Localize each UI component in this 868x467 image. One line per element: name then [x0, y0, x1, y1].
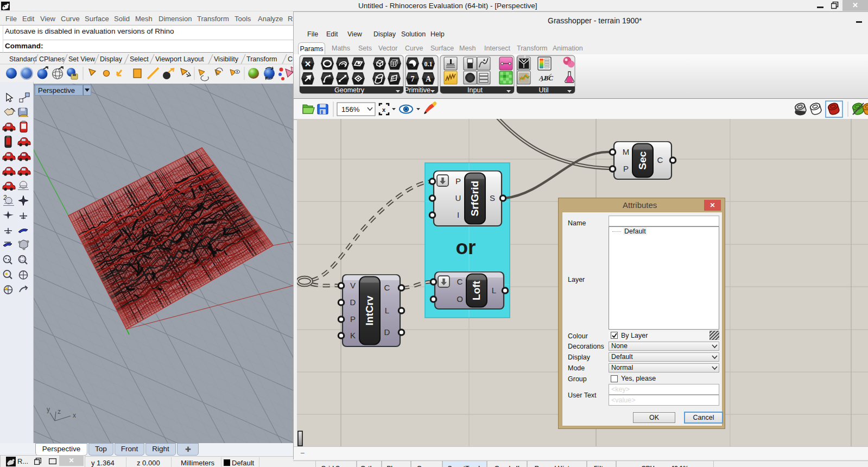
svg-text:D: D [384, 327, 390, 337]
svg-text:D: D [350, 298, 356, 307]
svg-text:Primitive: Primitive [404, 86, 430, 94]
svg-text:x: x [73, 412, 76, 419]
svg-text:0.1: 0.1 [425, 60, 433, 68]
svg-text:Util: Util [538, 86, 548, 94]
svg-text:7: 7 [411, 75, 415, 83]
svg-text:P: P [350, 314, 356, 324]
svg-text:S: S [490, 193, 495, 203]
svg-text:Transform: Transform [246, 55, 277, 63]
svg-text:IntCrv: IntCrv [364, 295, 375, 325]
svg-text:✕: ✕ [305, 59, 312, 68]
svg-text:K: K [350, 331, 356, 340]
svg-text:SrfGrid: SrfGrid [469, 181, 480, 216]
svg-text:Viewport Layout: Viewport Layout [155, 55, 204, 63]
svg-text:U: U [455, 193, 461, 203]
svg-text:CPlanes: CPlanes [39, 55, 65, 63]
svg-text:Visibility: Visibility [214, 55, 239, 63]
svg-text:O: O [457, 294, 463, 304]
svg-text:P: P [455, 176, 461, 186]
svg-text:A: A [426, 75, 432, 83]
svg-text:156%: 156% [341, 105, 360, 113]
svg-text:Set View: Set View [68, 55, 96, 63]
svg-text:Select: Select [130, 55, 149, 63]
svg-text:x: x [382, 106, 386, 113]
svg-text:C: C [657, 155, 663, 165]
svg-text:Sec: Sec [637, 151, 648, 169]
svg-text:Display: Display [100, 55, 123, 63]
svg-text:z: z [58, 408, 61, 415]
svg-text:Standard: Standard [9, 55, 37, 63]
svg-text:C: C [457, 277, 463, 286]
svg-text:P: P [623, 164, 629, 173]
svg-text:L: L [385, 306, 389, 315]
svg-text:V: V [350, 281, 356, 290]
svg-text:M: M [623, 147, 630, 156]
svg-text:I: I [457, 210, 459, 219]
svg-text:Geometry: Geometry [334, 86, 365, 94]
svg-text:or: or [456, 236, 476, 258]
svg-text:Loft: Loft [471, 280, 482, 300]
svg-text:y: y [47, 406, 50, 413]
svg-text:Input: Input [467, 86, 483, 94]
svg-text:ABC: ABC [538, 74, 553, 82]
svg-text:C: C [384, 283, 390, 292]
svg-text:L: L [492, 286, 496, 295]
